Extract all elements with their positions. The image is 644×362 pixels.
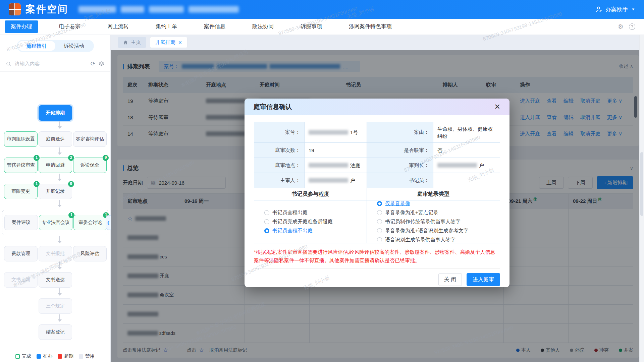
radio-icon <box>264 219 269 224</box>
chevron-down-icon: ▼ <box>631 7 635 11</box>
flow-node-结案登记[interactable]: 结案登记 <box>39 324 72 340</box>
radio-area: 书记员全程出庭书记员完成开庭准备后退庭书记员全程不出庭 仅录音录像录音录像为准+… <box>254 200 500 243</box>
record-type-option[interactable]: 书记员制作传统笔录供当事人签字 <box>377 219 500 225</box>
field-value <box>433 173 500 188</box>
tab-home-label: 主页 <box>131 39 141 46</box>
flow-row: 审限变更1开庭记录9 <box>4 184 111 199</box>
help-icon[interactable]: ? <box>629 23 635 30</box>
flow-row: 开庭排期 <box>4 105 111 121</box>
tab-court-schedule[interactable]: 开庭排期 ✕ <box>150 37 187 48</box>
process-flowchart: 开庭排期审判组织设置庭前送达鉴定咨询评估管辖异议审查1申请回避2诉讼保全9审限变… <box>0 105 111 340</box>
clerk-participation-options: 书记员全程出庭书记员完成开庭准备后退庭书记员全程不出庭 <box>254 200 367 243</box>
legend-item-完成: 完成 <box>15 353 31 359</box>
gear-icon[interactable]: ⚙ <box>618 23 624 30</box>
flow-node-开庭排期[interactable]: 开庭排期 <box>39 105 72 121</box>
radio-icon <box>377 219 382 224</box>
flow-node-申请回避[interactable]: 申请回避2 <box>39 158 72 173</box>
redacted-value <box>309 178 348 183</box>
close-tab-icon[interactable]: ✕ <box>178 40 182 45</box>
app-root: 案件空间 办案助手 ▼ 案件办理电子卷宗网上流转集约工单案件信息政法协同诉服事项… <box>0 0 644 362</box>
record-type-option[interactable]: 录音录像为准+要点记录 <box>377 209 500 216</box>
close-icon[interactable]: ✕ <box>494 103 500 111</box>
close-button[interactable]: 关 闭 <box>438 273 462 286</box>
field-value-text: 19 <box>309 147 314 154</box>
sidebar-search[interactable]: 请输入内容 ⟳ <box>0 56 110 72</box>
nav-item-电子卷宗[interactable]: 电子卷宗 <box>53 20 87 33</box>
clerk-participation-option[interactable]: 书记员全程出庭 <box>264 209 367 216</box>
tab-home[interactable]: 主页 <box>118 37 146 48</box>
flow-node-鉴定咨询评估[interactable]: 鉴定咨询评估 <box>73 131 107 147</box>
assistant-label: 办案助手 <box>605 6 628 13</box>
nav-item-政法协同[interactable]: 政法协同 <box>246 20 280 33</box>
radio-label: 录音录像为准+要点记录 <box>385 209 438 216</box>
flow-node-文书报批[interactable]: 文书报批 <box>39 246 72 261</box>
field-value: 户 <box>433 158 500 173</box>
flow-node-文书送达[interactable]: 文书送达 <box>39 272 72 288</box>
sidebar-tab-流程指引[interactable]: 流程指引 <box>18 41 55 51</box>
record-type-option[interactable]: 仅录音录像 <box>377 200 500 207</box>
flow-node-费款管理[interactable]: 费款管理 <box>4 246 38 261</box>
nav-item-案件信息[interactable]: 案件信息 <box>198 20 231 33</box>
tab-court-schedule-label: 开庭排期 <box>155 39 175 46</box>
nav-item-诉服事项[interactable]: 诉服事项 <box>294 20 328 33</box>
field-value-text: 否 <box>437 147 442 154</box>
flow-node-审限变更[interactable]: 审限变更1 <box>4 184 38 199</box>
field-label: 是否联审： <box>367 143 433 158</box>
flow-node-庭前送达[interactable]: 庭前送达 <box>39 131 72 147</box>
record-type-header: 庭审笔录类型 <box>367 188 500 200</box>
legend-label: 完成 <box>22 353 31 359</box>
flow-node-三个规定[interactable]: 三个规定 <box>39 298 72 314</box>
app-title: 案件空间 <box>25 3 68 16</box>
flow-node-案件评议[interactable]: 案件评议 <box>4 215 38 230</box>
flow-node-审判组织设置[interactable]: 审判组织设置 <box>4 131 38 147</box>
redacted-case-text <box>189 6 239 13</box>
legend-label: 禁用 <box>85 353 95 359</box>
count-badge: 9 <box>68 181 74 187</box>
top-header: 案件空间 办案助手 ▼ <box>0 0 644 19</box>
app-logo-icon <box>9 3 21 15</box>
divider <box>87 61 87 67</box>
page-scrollbar-thumb[interactable] <box>640 152 643 216</box>
nav-item-网上流转[interactable]: 网上流转 <box>101 20 135 33</box>
record-type-option[interactable]: 录音录像为准+语音识别生成参考文字 <box>377 228 500 234</box>
enter-hearing-button[interactable]: 进入庭审 <box>467 273 500 286</box>
clerk-participation-header: 书记员参与程度 <box>254 188 367 200</box>
redacted-value <box>309 163 348 168</box>
flow-node-管辖异议审查[interactable]: 管辖异议审查1 <box>4 158 38 173</box>
flow-arrow-icon <box>4 121 111 131</box>
assistant-menu[interactable]: 办案助手 ▼ <box>596 6 635 13</box>
refresh-icon[interactable]: ⟳ <box>91 60 95 67</box>
field-value-text: 户 <box>350 177 355 184</box>
nav-tools: ⚙ ? <box>618 23 639 30</box>
layers-icon[interactable] <box>99 61 104 67</box>
flow-node-审委会讨论[interactable]: 审委会讨论1 <box>73 215 107 230</box>
nav-item-集约工单[interactable]: 集约工单 <box>150 20 183 33</box>
sidebar-tabs: 流程指引诉讼活动 <box>17 40 94 52</box>
nav-item-案件办理[interactable]: 案件办理 <box>5 20 38 33</box>
flow-node-文书上网[interactable]: 文书上网 <box>4 272 38 288</box>
modal-title: 庭审信息确认 <box>254 103 292 111</box>
field-label: 审判长： <box>367 158 433 173</box>
flow-node-开庭记录[interactable]: 开庭记录9 <box>39 184 72 199</box>
clerk-participation-option[interactable]: 书记员全程不出庭 <box>264 228 367 234</box>
redacted-case-text <box>121 6 144 13</box>
sidebar-collapse-handle[interactable]: ❮ <box>106 215 111 230</box>
field-label: 书记员： <box>367 173 433 188</box>
record-type-option[interactable]: 语音识别生成笔录供当事人签字 <box>377 237 500 243</box>
flow-node-专业法官会议[interactable]: 专业法官会议1 <box>39 215 72 230</box>
radio-label: 语音识别生成笔录供当事人签字 <box>385 237 455 243</box>
hearing-info-grid: 案号：1号案由：生命权、身体权、健康权纠纷庭审次数：19是否联审：否庭审地点：法… <box>254 122 500 188</box>
flow-row: 费款管理文书报批风险评估 <box>4 246 111 261</box>
page-scrollbar[interactable] <box>639 35 644 362</box>
clerk-participation-option[interactable]: 书记员完成开庭准备后退庭 <box>264 219 367 225</box>
legend-swatch <box>37 354 41 359</box>
sidebar-tab-诉讼活动[interactable]: 诉讼活动 <box>55 41 93 51</box>
field-value: 户 <box>305 173 367 188</box>
modal-footer: 关 闭 进入庭审 <box>254 268 500 287</box>
home-icon <box>123 40 128 45</box>
flow-node-风险评估[interactable]: 风险评估 <box>73 246 107 261</box>
flow-node-诉讼保全[interactable]: 诉讼保全9 <box>73 158 107 173</box>
nav-item-涉网案件特色事项[interactable]: 涉网案件特色事项 <box>343 20 398 33</box>
count-badge: 9 <box>103 155 109 161</box>
flow-row: 案件评议专业法官会议1审委会讨论1 <box>4 215 108 230</box>
